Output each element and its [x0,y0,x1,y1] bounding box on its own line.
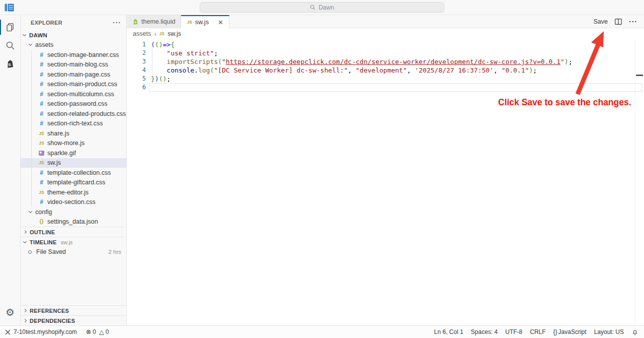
code-line-4[interactable]: 4 console.log("[DC Service Worker] dc-sw… [127,66,644,75]
breadcrumb-folder[interactable]: assets [133,30,151,37]
file-item-theme-editor.js[interactable]: JStheme-editor.js [21,187,126,197]
tree-item-label: section-password.css [47,100,108,107]
chevron-right-icon [23,230,27,234]
file-item-sparkle.gif[interactable]: sparkle.gif [21,148,126,158]
file-tree: DAWNassets#section-image-banner.css#sect… [21,30,126,227]
file-item-section-main-blog.css[interactable]: #section-main-blog.css [21,60,126,70]
tree-item-label: DAWN [29,32,47,38]
file-item-template-collection.css[interactable]: #template-collection.css [21,168,126,178]
tab-label: theme.liquid [141,18,175,25]
file-item-settings_data.json[interactable]: {}settings_data.json [21,217,126,227]
remote-host: 7-10test.myshopify.com [14,328,77,335]
chevron-down-icon [29,210,32,213]
file-item-sw.js[interactable]: JSsw.js [21,158,126,168]
file-item-section-related-products.css[interactable]: #section-related-products.css [21,109,126,119]
file-item-show-more.js[interactable]: JSshow-more.js [21,139,126,149]
file-item-section-main-product.css[interactable]: #section-main-product.css [21,80,126,90]
code-text: importScripts("https://storage.deepclick… [146,57,572,66]
overview-cursor-marker [636,75,643,76]
css-file-icon: # [38,101,45,107]
editor-actions: Save ··· [594,15,644,28]
bell-icon[interactable] [631,328,638,335]
folder-item-config[interactable]: config [21,207,126,217]
file-item-section-rich-text.css[interactable]: #section-rich-text.css [21,119,126,129]
breadcrumb-file[interactable]: sw.js [168,30,181,37]
file-item-section-main-page.css[interactable]: #section-main-page.css [21,70,126,80]
status-bar: 7-10test.myshopify.com ⊗ 0 △ 0 Ln 6, Col… [0,325,644,338]
references-section-header[interactable]: REFERENCES [21,305,126,315]
code-line-3[interactable]: 3 importScripts("https://storage.deepcli… [127,57,644,66]
timeline-entry-label: File Saved [36,248,66,255]
dependencies-section-header[interactable]: DEPENDENCIES [21,315,126,325]
close-icon[interactable]: ✕ [218,19,223,26]
tab-theme-liquid[interactable]: S theme.liquid [127,15,181,28]
split-editor-icon[interactable] [615,19,622,25]
file-item-section-password.css[interactable]: #section-password.css [21,99,126,109]
tab-sw-js[interactable]: JS sw.js ✕ [181,15,229,28]
save-button[interactable]: Save [594,18,608,25]
css-file-icon: # [38,81,45,87]
indent-guide [152,49,152,75]
explorer-more-actions-button[interactable]: ··· [113,19,121,27]
file-item-video-section.css[interactable]: #video-section.css [21,197,126,208]
more-actions-icon[interactable]: ··· [629,18,637,26]
folder-item-DAWN[interactable]: DAWN [21,30,126,40]
search-activity-button[interactable] [0,36,20,54]
eol-setting[interactable]: CRLF [530,328,545,335]
file-item-section-multicolumn.css[interactable]: #section-multicolumn.css [21,89,126,99]
error-count: 0 [93,328,96,335]
css-file-icon: # [38,61,45,67]
timeline-section-header[interactable]: TIMELINE sw.js [21,237,126,247]
overview-ruler[interactable] [635,39,644,325]
file-item-template-giftcard.css[interactable]: #template-giftcard.css [21,178,126,188]
code-text [146,83,151,92]
css-file-icon: # [38,199,45,205]
code-line-5[interactable]: 5})(); [127,75,644,83]
tree-item-label: sparkle.gif [47,150,76,157]
line-number: 1 [127,40,146,49]
code-text: "use strict"; [146,49,218,57]
warning-count: 0 [106,328,109,335]
breadcrumb-separator: › [154,30,156,38]
remote-indicator[interactable]: 7-10test.myshopify.com [5,328,77,335]
encoding-setting[interactable]: UTF-8 [505,328,522,335]
code-line-1[interactable]: 1(()=>{ [127,40,644,49]
folder-item-assets[interactable]: assets [21,40,126,50]
cursor-position[interactable]: Ln 6, Col 1 [434,328,463,335]
language-mode[interactable]: {}JavaScript [553,328,587,335]
language-label: JavaScript [558,328,587,335]
file-item-share.js[interactable]: JSshare.js [21,128,126,139]
settings-button[interactable]: ⚙ [0,303,20,321]
tree-item-label: settings_data.json [47,218,98,225]
indentation-setting[interactable]: Spaces: 4 [471,328,498,335]
explorer-sidebar: EXPLORER ··· DAWNassets#section-image-ba… [21,15,127,325]
code-editor[interactable]: 1(()=>{2 "use strict";3 importScripts("h… [127,39,644,325]
outline-section-header[interactable]: OUTLINE [21,227,126,237]
tree-item-label: section-related-products.css [47,110,126,117]
chevron-down-icon [23,33,26,36]
line-number: 4 [127,66,146,75]
file-item-section-image-banner.css[interactable]: #section-image-banner.css [21,50,126,60]
tree-item-label: section-image-banner.css [47,51,119,58]
explorer-activity-button[interactable] [0,18,20,36]
timeline-entry-file-saved[interactable]: File Saved 2 hrs [21,247,126,257]
img-file-icon [39,151,44,156]
shopify-activity-button[interactable]: S [0,54,20,73]
timeline-entry-time: 2 hrs [108,249,121,255]
js-file-icon: JS [38,190,45,195]
css-file-icon: # [38,72,45,78]
tree-item-label: template-collection.css [47,169,111,176]
code-line-2[interactable]: 2 "use strict"; [127,49,644,57]
tree-item-label: video-section.css [47,198,96,206]
vscode-window: Dawn S [0,0,644,338]
code-line-6[interactable]: 6 [127,83,644,92]
problems-indicator[interactable]: ⊗ 0 △ 0 [86,328,109,335]
editor-group: S theme.liquid JS sw.js ✕ Save ··· [127,15,644,325]
code-text: })(); [146,75,171,83]
tree-item-label: section-multicolumn.css [47,91,114,98]
tree-item-label: section-main-blog.css [47,61,108,68]
keyboard-layout[interactable]: Layout: US [594,328,624,335]
shopify-file-icon: S [132,18,138,25]
command-center-search[interactable]: Dawn [200,2,444,13]
chevron-down-icon [29,42,32,46]
